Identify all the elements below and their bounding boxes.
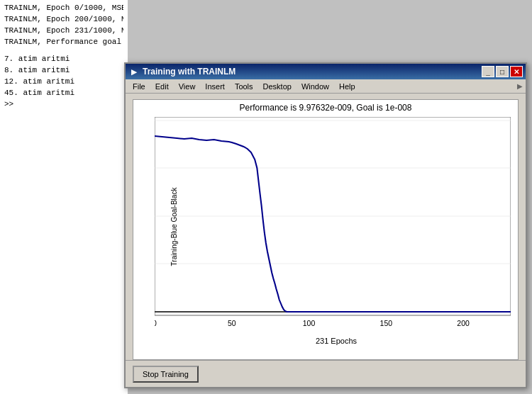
output-line-4: 45. atim aritmi xyxy=(4,88,123,99)
output-line-2: 8. atim aritmi xyxy=(4,65,123,77)
menu-arrow: ▶ xyxy=(517,82,523,90)
menu-view[interactable]: View xyxy=(174,81,200,92)
log-line-2: TRAINLM, Epoch 200/1000, MSE 1.27898e-00… xyxy=(4,14,123,26)
output-line-3: 12. atim aritmi xyxy=(4,77,123,88)
terminal-output: 7. atim aritmi 8. atim aritmi 12. atim a… xyxy=(4,54,123,111)
svg-text:100: 100 xyxy=(303,320,316,327)
svg-text:0: 0 xyxy=(155,320,157,327)
x-axis-title: 231 Epochs xyxy=(155,337,518,348)
output-line-1: 7. atim aritmi xyxy=(4,54,123,65)
svg-text:200: 200 xyxy=(457,320,470,327)
chart-plot-area: Training-Blue Goal-Black 10⁰ 10⁻² 10⁻⁴ xyxy=(133,117,518,337)
menu-help[interactable]: Help xyxy=(335,81,360,92)
terminal-panel: TRAINLM, Epoch 0/1000, MSE 0.217112/1e-0… xyxy=(0,0,128,394)
menu-file[interactable]: File xyxy=(128,81,150,92)
menu-tools[interactable]: Tools xyxy=(231,81,257,92)
chart-container: Performance is 9.97632e-009, Goal is 1e-… xyxy=(133,99,519,360)
close-button[interactable]: ✕ xyxy=(510,66,523,77)
matlab-window: ▶ Training with TRAINLM _ □ ✕ File Edit … xyxy=(124,62,527,388)
chart-svg: 10⁰ 10⁻² 10⁻⁴ 10⁻⁶ 10⁻⁸ 0 50 100 150 200 xyxy=(155,117,511,337)
minimize-button[interactable]: _ xyxy=(482,66,494,77)
maximize-button[interactable]: □ xyxy=(496,66,509,77)
svg-text:50: 50 xyxy=(228,320,236,327)
window-title: Training with TRAINLM xyxy=(143,67,482,77)
chart-title: Performance is 9.97632e-009, Goal is 1e-… xyxy=(133,100,518,114)
output-prompt: >> xyxy=(4,99,123,111)
menu-desktop[interactable]: Desktop xyxy=(259,81,296,92)
y-axis-title: Training-Blue Goal-Black xyxy=(170,188,178,266)
log-line-4: TRAINLM, Performance goal met. xyxy=(4,37,123,48)
window-icon: ▶ xyxy=(128,66,140,77)
bottom-bar: Stop Training xyxy=(126,360,526,387)
window-controls: _ □ ✕ xyxy=(482,66,523,77)
menu-bar: File Edit View Insert Tools Desktop Wind… xyxy=(126,79,526,94)
svg-text:150: 150 xyxy=(380,320,393,327)
log-line-3: TRAINLM, Epoch 231/1000, MSE 9.97632e-00… xyxy=(4,26,123,37)
menu-insert[interactable]: Insert xyxy=(201,81,229,92)
menu-edit[interactable]: Edit xyxy=(151,81,173,92)
menu-window[interactable]: Window xyxy=(297,81,333,92)
title-bar: ▶ Training with TRAINLM _ □ ✕ xyxy=(126,64,526,79)
terminal-log: TRAINLM, Epoch 0/1000, MSE 0.217112/1e-0… xyxy=(4,3,123,48)
stop-training-button[interactable]: Stop Training xyxy=(133,366,199,383)
log-line-1: TRAINLM, Epoch 0/1000, MSE 0.217112/1e-0… xyxy=(4,3,123,14)
